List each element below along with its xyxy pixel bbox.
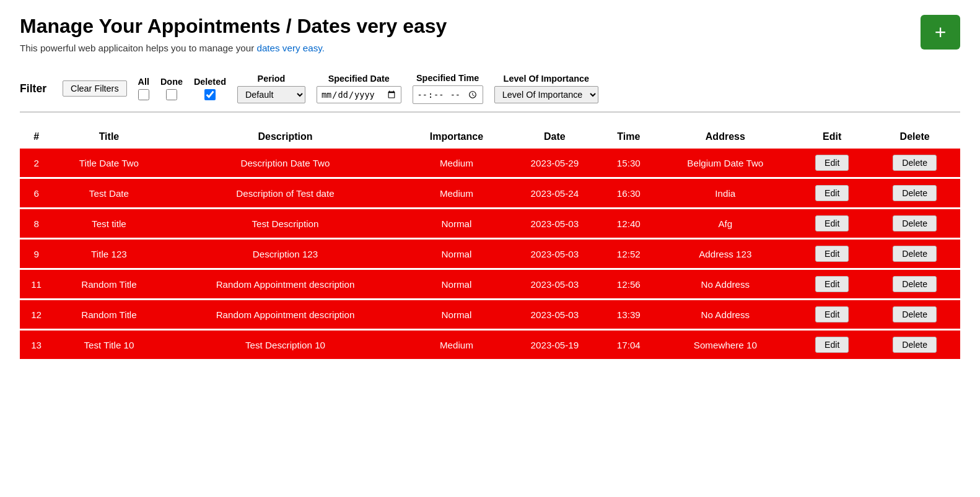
filter-importance-select[interactable]: Level Of Importance Normal Medium High C…	[494, 86, 598, 103]
filter-done-group: Done	[160, 77, 183, 100]
cell-address: No Address	[655, 269, 795, 300]
clear-filters-button[interactable]: Clear Filters	[63, 80, 127, 97]
edit-button[interactable]: Edit	[815, 215, 849, 231]
edit-button[interactable]: Edit	[815, 276, 849, 292]
cell-title: Random Title	[53, 269, 165, 300]
cell-description: Description Date Two	[165, 149, 406, 178]
filter-all-group: All	[138, 77, 149, 100]
page-subtitle: This powerful web applicaiton helps you …	[20, 43, 960, 53]
filter-period-group: Period Default Today This Week This Mont…	[237, 74, 305, 103]
cell-address: Belgium Date Two	[655, 149, 795, 178]
cell-time: 15:30	[602, 149, 655, 178]
cell-importance: Normal	[405, 209, 507, 239]
filter-bar: Filter Clear Filters All Done Deleted Pe…	[20, 73, 960, 113]
col-header-title: Title	[53, 125, 165, 149]
cell-edit: Edit	[795, 178, 869, 209]
table-header-row: # Title Description Importance Date Time…	[20, 125, 960, 149]
col-header-importance: Importance	[405, 125, 507, 149]
col-header-description: Description	[165, 125, 406, 149]
cell-edit: Edit	[795, 149, 869, 178]
cell-importance: Medium	[405, 178, 507, 209]
cell-delete: Delete	[869, 209, 960, 239]
filter-importance-label: Level Of Importance	[504, 74, 589, 84]
subtitle-link[interactable]: dates very easy.	[256, 43, 324, 53]
table-row: 11 Random Title Random Appointment descr…	[20, 269, 960, 300]
filter-specified-time-label: Specified Time	[416, 73, 479, 83]
table-row: 13 Test Title 10 Test Description 10 Med…	[20, 330, 960, 360]
cell-id: 2	[20, 149, 53, 178]
cell-title: Title 123	[53, 239, 165, 269]
filter-period-label: Period	[258, 74, 286, 84]
delete-button[interactable]: Delete	[893, 215, 937, 231]
cell-title: Random Title	[53, 300, 165, 330]
cell-description: Test Description	[165, 209, 406, 239]
col-header-id: #	[20, 125, 53, 149]
cell-date: 2023-05-03	[508, 269, 602, 300]
edit-button[interactable]: Edit	[815, 306, 849, 322]
table-row: 6 Test Date Description of Test date Med…	[20, 178, 960, 209]
cell-description: Random Appointment description	[165, 269, 406, 300]
filter-deleted-label: Deleted	[194, 77, 226, 87]
filter-deleted-checkbox[interactable]	[204, 89, 216, 100]
cell-description: Description of Test date	[165, 178, 406, 209]
cell-id: 12	[20, 300, 53, 330]
filter-deleted-group: Deleted	[194, 77, 226, 100]
cell-edit: Edit	[795, 330, 869, 360]
edit-button[interactable]: Edit	[815, 246, 849, 262]
cell-edit: Edit	[795, 269, 869, 300]
delete-button[interactable]: Delete	[893, 337, 937, 353]
filter-importance-group: Level Of Importance Level Of Importance …	[494, 74, 598, 103]
cell-time: 12:56	[602, 269, 655, 300]
cell-importance: Normal	[405, 300, 507, 330]
cell-date: 2023-05-19	[508, 330, 602, 360]
delete-button[interactable]: Delete	[893, 246, 937, 262]
cell-importance: Medium	[405, 149, 507, 178]
cell-date: 2023-05-03	[508, 300, 602, 330]
delete-button[interactable]: Delete	[893, 276, 937, 292]
filter-label: Filter	[20, 82, 46, 95]
cell-date: 2023-05-24	[508, 178, 602, 209]
edit-button[interactable]: Edit	[815, 155, 849, 171]
table-row: 8 Test title Test Description Normal 202…	[20, 209, 960, 239]
edit-button[interactable]: Edit	[815, 337, 849, 353]
filter-period-select[interactable]: Default Today This Week This Month	[237, 86, 305, 103]
delete-button[interactable]: Delete	[893, 185, 937, 201]
table-row: 12 Random Title Random Appointment descr…	[20, 300, 960, 330]
cell-delete: Delete	[869, 178, 960, 209]
filter-all-checkbox[interactable]	[138, 89, 149, 100]
col-header-date: Date	[508, 125, 602, 149]
cell-id: 13	[20, 330, 53, 360]
col-header-time: Time	[602, 125, 655, 149]
cell-time: 17:04	[602, 330, 655, 360]
page-title: Manage Your Appointments / Dates very ea…	[20, 15, 960, 38]
cell-edit: Edit	[795, 209, 869, 239]
cell-delete: Delete	[869, 149, 960, 178]
filter-done-checkbox[interactable]	[166, 89, 177, 100]
table-row: 9 Title 123 Description 123 Normal 2023-…	[20, 239, 960, 269]
cell-title: Title Date Two	[53, 149, 165, 178]
cell-time: 13:39	[602, 300, 655, 330]
cell-time: 12:40	[602, 209, 655, 239]
cell-address: Somewhere 10	[655, 330, 795, 360]
cell-id: 11	[20, 269, 53, 300]
add-appointment-button[interactable]: +	[921, 15, 960, 50]
cell-importance: Normal	[405, 269, 507, 300]
cell-id: 6	[20, 178, 53, 209]
cell-date: 2023-05-03	[508, 239, 602, 269]
filter-date-input[interactable]	[317, 86, 401, 103]
cell-date: 2023-05-03	[508, 209, 602, 239]
delete-button[interactable]: Delete	[893, 155, 937, 171]
table-row: 2 Title Date Two Description Date Two Me…	[20, 149, 960, 178]
filter-time-input[interactable]	[413, 85, 483, 104]
cell-address: Address 123	[655, 239, 795, 269]
cell-delete: Delete	[869, 239, 960, 269]
delete-button[interactable]: Delete	[893, 306, 937, 322]
edit-button[interactable]: Edit	[815, 185, 849, 201]
cell-address: Afg	[655, 209, 795, 239]
filter-time-group: Specified Time	[413, 73, 483, 104]
cell-time: 16:30	[602, 178, 655, 209]
cell-delete: Delete	[869, 330, 960, 360]
filter-done-label: Done	[160, 77, 183, 87]
cell-title: Test Date	[53, 178, 165, 209]
filter-all-label: All	[138, 77, 149, 87]
